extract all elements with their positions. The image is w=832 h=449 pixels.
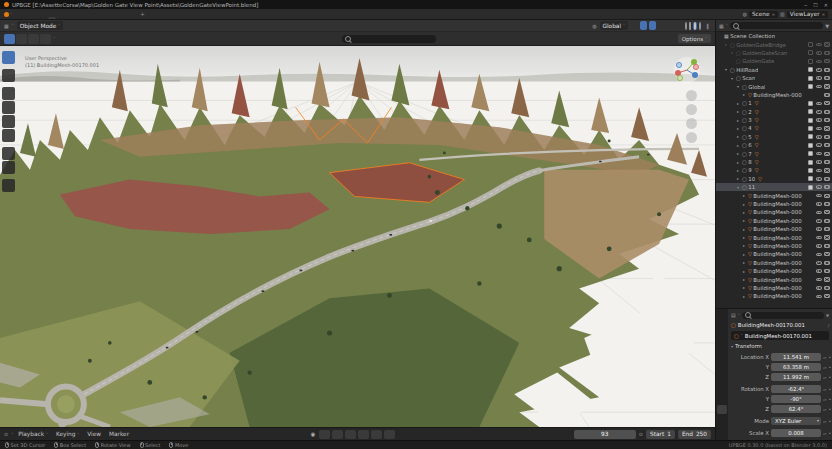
timeline-menu-item[interactable]: View (85, 431, 103, 437)
outliner-row[interactable]: ▸ ▽ BuildingMesh-000 ▽ (716, 233, 832, 241)
view-layer-tab[interactable] (717, 348, 727, 357)
keyframe-decorators[interactable]: ▱• (823, 407, 831, 412)
outliner-row[interactable]: ▸ ▽ BuildingMesh-000 ▽ (716, 250, 832, 258)
shading-dropdown-icon[interactable] (333, 34, 340, 43)
render-visibility-toggle[interactable] (824, 294, 830, 298)
properties-editor-icon[interactable]: ▤ (731, 312, 736, 318)
workspace-tab[interactable] (112, 17, 120, 19)
render-visibility-toggle[interactable] (824, 244, 830, 248)
lasso-select-tool[interactable] (40, 34, 51, 44)
hide-eye-toggle[interactable] (816, 143, 822, 147)
hide-eye-toggle[interactable] (816, 194, 822, 198)
gizmos-dropdown-icon[interactable] (306, 34, 313, 43)
exclude-checkbox[interactable] (808, 160, 813, 165)
hide-eye-toggle[interactable] (816, 177, 822, 181)
exclude-checkbox[interactable] (808, 185, 813, 190)
hide-eye-toggle[interactable] (816, 202, 822, 206)
render-visibility-toggle[interactable] (824, 168, 830, 172)
outliner-row[interactable]: ▸ ▽ BuildingMesh-000 ▽ (716, 284, 832, 292)
hide-eye-toggle[interactable] (816, 278, 822, 282)
render-visibility-toggle[interactable] (824, 101, 830, 105)
cursor-tool[interactable] (2, 69, 15, 82)
outliner-row[interactable]: ▸ ▽ BuildingMesh-000 ▽ (716, 208, 832, 216)
value-field[interactable]: 62.4° (771, 405, 821, 414)
move-tool[interactable] (2, 87, 15, 100)
render-visibility-toggle[interactable] (824, 261, 830, 265)
outliner-row[interactable]: ▸ ▢ 5 ▽ (716, 133, 832, 141)
render-visibility-toggle[interactable] (824, 76, 830, 80)
keyframe-decorators[interactable]: ▱• (823, 365, 831, 370)
box-select-tool[interactable] (16, 34, 27, 44)
exclude-checkbox[interactable] (808, 176, 813, 181)
render-visibility-toggle[interactable] (824, 177, 830, 181)
snap-magnet-toggle[interactable] (640, 21, 647, 30)
hide-eye-toggle[interactable] (816, 219, 822, 223)
frame-end-field[interactable]: End250 (678, 430, 711, 439)
world-tab[interactable] (717, 371, 727, 380)
show-gizmo-toggle[interactable] (659, 21, 666, 30)
hide-eye-toggle[interactable] (816, 118, 822, 122)
editor-type-icon[interactable]: ▦ (4, 23, 9, 29)
eyedropper-icon[interactable]: ∕ (828, 323, 829, 328)
object-name-field[interactable]: ▢ ˅ BuildingMesh-00170.001 (731, 331, 829, 340)
render-visibility-toggle[interactable] (824, 110, 830, 114)
outliner-row[interactable]: ▸ ▢ 10 ▽ (716, 175, 832, 183)
value-field[interactable]: 11.992 m (771, 373, 821, 382)
keyframe-decorators[interactable]: ▱• (823, 397, 831, 402)
menubar-item[interactable] (37, 11, 43, 17)
constraints-tab[interactable] (717, 394, 727, 403)
exclude-checkbox[interactable] (808, 84, 813, 89)
outliner-row[interactable]: ▸ ▽ BuildingMesh-000 ▽ (716, 217, 832, 225)
exclude-checkbox[interactable] (808, 109, 813, 114)
options-button[interactable]: Options˅ (678, 34, 711, 43)
value-field[interactable]: XYZ Euler (771, 417, 821, 426)
render-visibility-toggle[interactable] (824, 59, 830, 63)
render-visibility-toggle[interactable] (824, 269, 830, 273)
workspace-tab[interactable] (64, 17, 72, 19)
render-visibility-toggle[interactable] (824, 210, 830, 214)
navigation-gizmo[interactable] (673, 56, 701, 84)
timeline-editor-icon[interactable]: ⊙ (4, 431, 8, 437)
scale-tool[interactable] (2, 115, 15, 128)
physics-tab[interactable] (717, 382, 727, 391)
hide-eye-toggle[interactable] (816, 160, 822, 164)
xray-icon[interactable] (324, 34, 331, 43)
render-visibility-toggle[interactable] (824, 51, 830, 55)
keyframe-decorators[interactable]: ▱• (823, 419, 831, 424)
tool-tab[interactable] (717, 313, 727, 322)
hide-eye-toggle[interactable] (816, 60, 822, 64)
hide-eye-toggle[interactable] (816, 68, 822, 72)
exclude-checkbox[interactable] (808, 59, 813, 64)
select-mode-caret[interactable]: ˅ (53, 36, 55, 41)
outliner-row[interactable]: ▸ ▢ GoldenGateBridge ▽ (716, 40, 832, 48)
timeline-menu-item[interactable]: Marker (107, 431, 131, 437)
zoom-icon[interactable] (686, 90, 697, 101)
outliner-row[interactable]: ▸ ▢ 2 ▽ (716, 108, 832, 116)
proportional-editing-dropdown[interactable] (649, 21, 656, 30)
hide-eye-toggle[interactable] (816, 43, 822, 47)
outliner-row[interactable]: ▸ ▢ 6 ▽ (716, 141, 832, 149)
outliner-row[interactable]: ▾ ▢ Global ▽ (716, 82, 832, 90)
hide-eye-toggle[interactable] (816, 211, 822, 215)
rendered-shading-button[interactable] (699, 23, 701, 29)
exclude-checkbox[interactable] (808, 126, 813, 131)
render-visibility-toggle[interactable] (824, 135, 830, 139)
outliner-row[interactable]: ▾ ▢ 11 ▽ (716, 183, 832, 191)
render-visibility-toggle[interactable] (824, 194, 830, 198)
outliner-row[interactable]: ▾ ▢ Scan ▽ (716, 74, 832, 82)
annotate-tool[interactable] (2, 147, 15, 160)
overlays-dropdown-icon[interactable] (315, 34, 322, 43)
value-field[interactable]: 0.008 (771, 429, 821, 438)
hide-eye-toggle[interactable] (816, 227, 822, 231)
minimize-button[interactable]: ─ (804, 2, 807, 8)
close-button[interactable]: ✕ (824, 2, 828, 8)
play-button[interactable] (358, 430, 369, 439)
outliner-row[interactable]: ▸ ▽ BuildingMesh-000 ▽ (716, 259, 832, 267)
render-visibility-toggle[interactable] (824, 160, 830, 164)
render-visibility-toggle[interactable] (824, 143, 830, 147)
transform-tool[interactable] (2, 129, 15, 142)
render-visibility-toggle[interactable] (824, 219, 830, 223)
exclude-checkbox[interactable] (808, 42, 813, 47)
rotate-tool[interactable] (2, 101, 15, 114)
add-workspace-button[interactable]: + (137, 11, 148, 17)
